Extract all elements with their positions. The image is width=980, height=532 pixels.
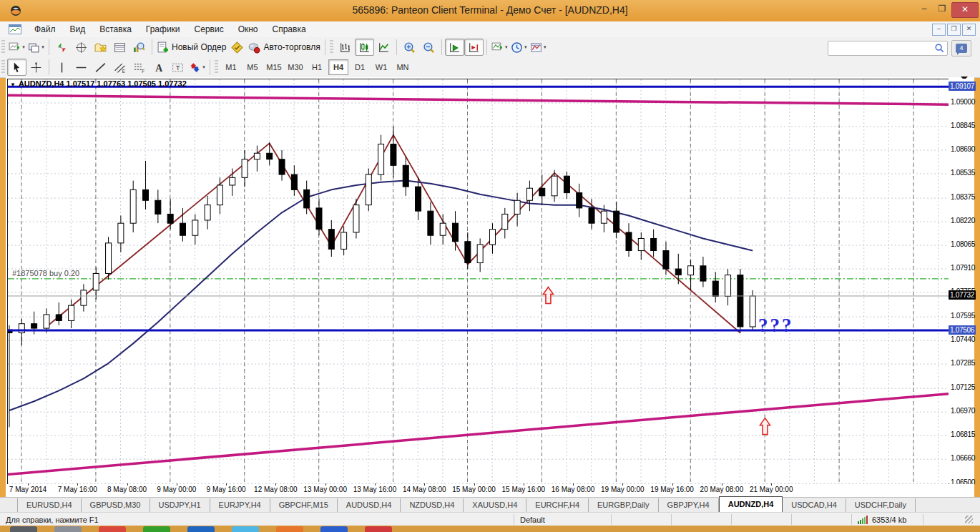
channel-button[interactable]: E [110,59,129,76]
menu-item-справка[interactable]: Справка [265,22,313,36]
line-chart-button[interactable] [374,39,393,56]
minimize-button[interactable]: – [916,2,932,16]
taskbar-app-icon[interactable] [10,526,37,532]
market-watch-button[interactable] [52,39,72,56]
candlestick-chart-button[interactable] [355,39,374,56]
autotrading-button[interactable]: Авто-торговля [247,39,321,56]
timeframe-m1-button[interactable]: M1 [221,59,241,75]
taskbar-app-icon[interactable] [99,526,126,532]
time-axis[interactable]: 7 May 20147 May 16:008 May 08:009 May 00… [7,484,974,496]
crosshair-button[interactable] [26,59,46,76]
vertical-line-button[interactable] [52,59,72,76]
chevron-down-icon[interactable]: ▾ [41,44,44,50]
chart-tab-usdcadh4[interactable]: USDCAD,H4 [783,498,846,512]
chart-tab-audnzdh4[interactable]: AUDNZD,H4 [719,496,783,512]
menu-item-графики[interactable]: Графики [139,22,187,36]
chart-tab-xauusdh4[interactable]: XAUUSD,H4 [464,498,526,512]
chart-tab-eurusdh4[interactable]: EURUSD,H4 [17,498,82,512]
chart-tab-usdjpyh1[interactable]: USDJPY,H1 [150,498,210,512]
taskbar-app-icon[interactable] [232,526,259,532]
chart-tab-usdchfdaily[interactable]: USDCHF,Daily [846,498,916,512]
taskbar-app-icon[interactable] [54,526,82,532]
horizontal-lines[interactable] [8,87,949,330]
mdi-restore-button[interactable]: ❐ [947,24,961,36]
taskbar-app-icon[interactable] [365,526,392,532]
indicators-button[interactable]: ▾ [490,39,509,56]
community-chat-button[interactable]: 4 [951,40,971,56]
arrows-button[interactable]: ▾ [187,59,207,76]
toolbar-drawing-timeframes: EFAT▾M1M5M15M30H1H4D1W1MN [0,57,980,78]
text-button[interactable]: A [149,59,168,76]
menu-item-вставка[interactable]: Вставка [92,22,139,36]
auto-scroll-button[interactable] [445,39,464,56]
chart-tab-gbpchfm15[interactable]: GBPCHF,M15 [270,498,338,512]
timeframe-m30-button[interactable]: M30 [285,59,305,75]
metaeditor-button[interactable] [227,39,247,56]
timeframe-m15-button[interactable]: M15 [264,59,284,75]
fibonacci-button[interactable]: F [129,59,149,76]
timeframe-w1-button[interactable]: W1 [371,59,391,75]
mdi-close-button[interactable]: ✕ [962,24,976,36]
search-input[interactable] [830,42,933,54]
profiles-button[interactable]: ▾ [26,39,46,56]
taskbar-app-icon[interactable] [276,526,303,532]
timeframe-m5-button[interactable]: M5 [242,59,263,75]
chevron-down-icon[interactable]: ▼ [10,82,16,88]
menu-item-вид[interactable]: Вид [63,22,93,36]
data-window-button[interactable] [72,39,91,56]
chart-line-icon [378,41,390,54]
menu-item-сервис[interactable]: Сервис [187,22,231,36]
chart-plot[interactable] [7,79,949,485]
zoom-in-button[interactable] [400,39,419,56]
templates-button[interactable]: ▾ [529,39,548,56]
new-order-button[interactable]: Новый Ордер [155,39,227,56]
close-button[interactable]: ✕ [951,2,979,18]
bar-chart-button[interactable] [335,39,355,56]
toolbar-grip[interactable] [215,60,218,74]
chart-tab-gbpjpyh4[interactable]: GBPJPY,H4 [659,498,719,512]
label-button[interactable]: T [168,59,187,76]
menu-item-окно[interactable]: Окно [231,22,265,36]
taskbar-app-icon[interactable] [143,526,170,532]
chart-tab-eurjpyh4[interactable]: EURJPY,H4 [210,498,270,512]
trendline-button[interactable] [91,59,110,76]
chart-tab-eurchfh4[interactable]: EURCHF,H4 [526,498,589,512]
search-icon[interactable] [934,43,945,54]
chart-shift-button[interactable] [464,39,484,56]
toolbar-grip[interactable] [330,40,333,54]
zoom-out-button[interactable] [419,39,438,56]
chevron-down-icon[interactable]: ▾ [202,64,205,70]
resize-grip[interactable] [965,516,973,523]
channel-lines[interactable] [8,95,949,474]
taskbar-app-icon[interactable] [320,526,348,532]
chart-tab-eurgbpdaily[interactable]: EURGBP,Daily [589,498,659,512]
timeframe-h1-button[interactable]: H1 [307,59,327,75]
question-marks-annotation[interactable]: ??? [758,315,794,337]
strategy-tester-button[interactable] [129,39,149,56]
periods-button[interactable]: ▾ [509,39,529,56]
maximize-button[interactable]: ❐ [934,2,950,16]
chevron-down-icon[interactable]: ▾ [22,44,25,50]
chevron-down-icon[interactable]: ▾ [524,44,527,50]
toolbar-grip[interactable] [1,40,5,54]
menu-item-файл[interactable]: Файл [27,22,63,36]
chart-tab-nzdusdh4[interactable]: NZDUSD,H4 [401,498,464,512]
terminal-button[interactable] [110,39,129,56]
new-chart-button[interactable]: ▾ [7,39,26,56]
horizontal-line-button[interactable] [72,59,91,76]
timeframe-mn-button[interactable]: MN [393,59,413,75]
status-profile[interactable]: Default [514,514,611,525]
chart-tab-audusdh4[interactable]: AUDUSD,H4 [338,498,401,512]
mdi-minimize-button[interactable]: – [932,24,946,36]
toolbar-grip[interactable] [1,60,5,74]
chevron-down-icon[interactable]: ▾ [544,44,547,50]
timeframe-d1-button[interactable]: D1 [350,59,370,75]
chevron-down-icon[interactable]: ▾ [505,44,508,50]
cursor-button[interactable] [7,59,26,76]
taskbar-app-icon[interactable] [187,526,215,532]
navigator-button[interactable] [91,39,110,56]
chart-tab-gbpusdm30[interactable]: GBPUSD,M30 [82,498,150,512]
timeframe-h4-button[interactable]: H4 [328,59,348,75]
chart-symbol-line[interactable]: ▼AUDNZD,H4 1.07517 1.07763 1.07505 1.077… [10,79,187,88]
price-axis[interactable]: 1.090001.088451.086901.085351.083751.082… [949,79,974,483]
